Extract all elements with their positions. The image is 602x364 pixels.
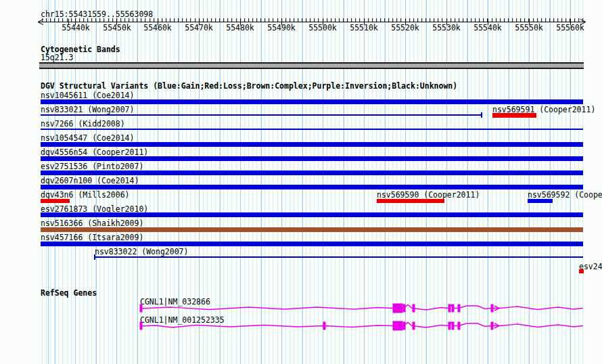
ruler-left-arrow-icon bbox=[38, 20, 43, 25]
gene-glyph-NM_001252335[interactable] bbox=[140, 321, 583, 330]
drawing-overlay bbox=[0, 0, 602, 364]
gene-glyph-NM_032866[interactable] bbox=[140, 304, 583, 313]
ruler-right-arrow-icon bbox=[580, 20, 586, 25]
